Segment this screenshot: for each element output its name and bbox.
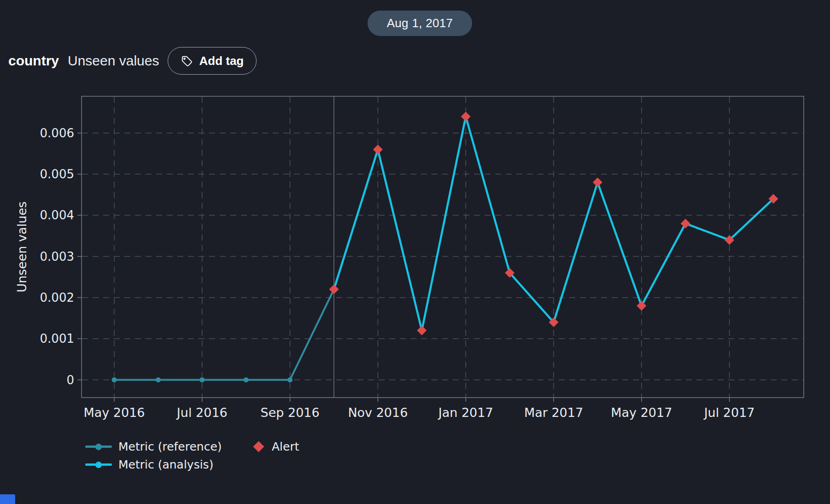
x-tick-label: Nov 2016 <box>348 405 408 420</box>
alert-point-diamond[interactable] <box>329 285 339 294</box>
y-tick-label: 0.005 <box>40 167 74 181</box>
reference-point[interactable] <box>112 377 117 382</box>
x-tick-label: May 2016 <box>83 405 145 420</box>
legend-alert-diamond-icon <box>253 441 264 452</box>
chart-legend: Metric (reference) Alert Metric (analysi… <box>85 438 299 474</box>
reference-point[interactable] <box>287 377 292 382</box>
y-tick-label: 0.003 <box>40 250 74 264</box>
legend-reference-swatch[interactable] <box>85 445 112 448</box>
y-tick-label: 0.004 <box>40 208 74 222</box>
reference-point[interactable] <box>244 377 249 382</box>
alert-point-diamond[interactable] <box>461 111 471 121</box>
y-axis-title: Unseen values <box>15 201 29 293</box>
legend-reference-label[interactable]: Metric (reference) <box>118 440 234 453</box>
alert-point-diamond[interactable] <box>417 326 427 335</box>
line-chart: 00.0010.0020.0030.0040.0050.006May 2016J… <box>0 0 830 504</box>
reference-line <box>114 289 334 380</box>
legend-alert-item[interactable]: Alert <box>253 440 299 453</box>
alert-point-diamond[interactable] <box>373 145 383 154</box>
alert-point-diamond[interactable] <box>593 177 602 187</box>
legend-analysis-swatch[interactable] <box>85 463 112 466</box>
y-tick-label: 0.001 <box>40 332 74 346</box>
x-tick-label: Mar 2017 <box>524 405 583 420</box>
x-tick-label: Jul 2017 <box>703 405 755 420</box>
reference-point[interactable] <box>156 377 161 382</box>
alert-point-diamond[interactable] <box>681 219 690 229</box>
reference-point[interactable] <box>199 377 205 382</box>
x-tick-label: Jan 2017 <box>438 405 493 420</box>
x-tick-label: May 2017 <box>611 405 672 420</box>
y-tick-label: 0.002 <box>40 291 74 305</box>
y-tick-label: 0.006 <box>40 126 74 140</box>
plot-border <box>82 96 804 398</box>
x-tick-label: Sep 2016 <box>261 405 320 420</box>
legend-analysis-label[interactable]: Metric (analysis) <box>118 458 234 471</box>
x-tick-label: Jul 2016 <box>176 405 228 420</box>
legend-alert-label: Alert <box>272 440 299 453</box>
y-tick-label: 0 <box>66 373 74 387</box>
alert-point-diamond[interactable] <box>637 301 646 311</box>
bottom-left-partial-button[interactable] <box>0 494 15 504</box>
